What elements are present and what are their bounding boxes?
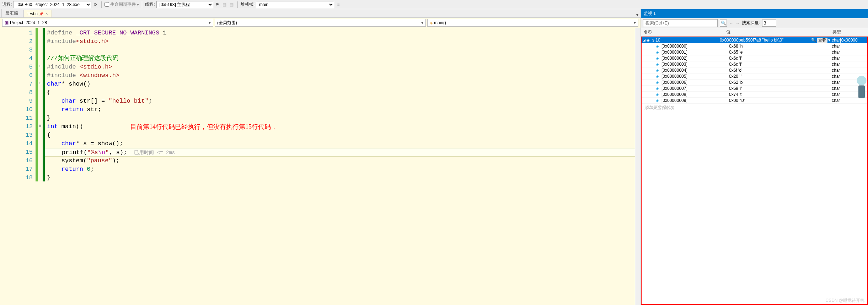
prev-icon[interactable]: ← (729, 21, 733, 26)
watch-row[interactable]: ◈[0x00000002]0x6c 'l'char (642, 55, 867, 61)
chevron-down-icon: ▾ (634, 20, 636, 25)
chevron-down-icon: ▾ (421, 20, 423, 25)
fold-toggle[interactable]: ⊟ (38, 79, 43, 88)
variable-icon: ◈ (656, 44, 661, 49)
watch-row[interactable]: ◈[0x00000000]0x68 'h'char (642, 43, 867, 49)
refresh-icon[interactable]: ⟳ (93, 2, 98, 7)
thread-icon: ▦ (222, 2, 227, 7)
fold-toggle[interactable]: ⊟ (38, 62, 43, 71)
scope-dropdown[interactable]: (全局范围)▾ (215, 19, 426, 27)
code-content[interactable]: #define _CRT_SECURE_NO_WARNINGS 1 #inclu… (45, 28, 641, 305)
tab-strip: 反汇编 test.c📌× ▾ (0, 9, 641, 18)
process-label: 进程: (2, 1, 12, 7)
thread-label: 线程: (145, 1, 155, 7)
watch-root-row[interactable]: ◢ ◈ s,10 0x000000beb590f7a8 "hello bit\0… (642, 37, 867, 43)
col-value[interactable]: 值 (726, 29, 832, 35)
separator (101, 1, 102, 8)
variable-icon: ◈ (656, 80, 661, 85)
watch-add-item[interactable]: 添加要监视的项 (642, 104, 867, 112)
mascot-icon (855, 71, 868, 103)
tab-overflow[interactable]: ▾ (634, 12, 641, 17)
variable-icon: ◈ (656, 56, 661, 61)
vertical-scrollbar[interactable] (635, 28, 641, 305)
flag-icon[interactable]: ⚑ (215, 2, 220, 7)
watch-row[interactable]: ◈[0x00000004]0x6f 'o'char (642, 67, 867, 73)
watch-search-input[interactable] (643, 19, 718, 27)
watch-panel: 监视 1 🔍 ← → 搜索深度: 名称 值 类型 ◢ ◈ s,10 0x0000… (641, 9, 868, 305)
stack-label: 堆栈帧: (241, 1, 254, 7)
variable-icon: ◈ (656, 62, 661, 67)
perf-hint: 已用时间 <= 2ms (134, 150, 175, 156)
col-type[interactable]: 类型 (832, 29, 868, 35)
line-numbers: 123 456 789 101112 1314 ➔15 161718 (0, 28, 36, 305)
depth-label: 搜索深度: (742, 20, 760, 26)
next-icon[interactable]: → (735, 21, 740, 26)
thread2-icon: ▦ (229, 2, 235, 7)
close-icon[interactable]: × (45, 11, 48, 16)
watermark: CSDN @睡觉待开机 (825, 298, 864, 304)
separator (237, 1, 238, 8)
pin-icon[interactable]: 📌 (39, 12, 43, 16)
process-select[interactable]: [0x6B60] Project_2024_1_28.exe (13, 1, 91, 8)
watch-row[interactable]: ◈[0x00000009]0x00 '\0'char (642, 98, 867, 104)
svg-rect-1 (858, 86, 865, 98)
chevron-down-icon: ▾ (209, 20, 211, 25)
watch-toolbar: 🔍 ← → 搜索深度: (641, 18, 868, 28)
variable-icon: ◈ (656, 74, 661, 79)
stack-select[interactable]: main (256, 1, 334, 8)
col-name[interactable]: 名称 (641, 29, 726, 35)
magnifier-icon[interactable]: 🔍 (811, 38, 816, 43)
watch-row[interactable]: ◈[0x00000006]0x62 'b'char (642, 80, 867, 86)
debug-toolbar: 进程: [0x6B60] Project_2024_1_28.exe ⟳ 生命周… (0, 0, 868, 9)
list-icon: ≡ (336, 2, 341, 7)
variable-icon: ◈ (656, 98, 661, 103)
fold-gutter: ⊟ ⊟ ⊟ (38, 28, 43, 305)
svg-point-0 (857, 76, 867, 86)
search-icon[interactable]: 🔍 (720, 20, 727, 27)
watch-row[interactable]: ◈[0x00000008]0x74 't'char (642, 92, 867, 98)
watch-row[interactable]: ◈[0x00000005]0x20 ' 'char (642, 73, 867, 80)
navigation-bar: ▣Project_2024_1_28▾ (全局范围)▾ ◈main()▾ (0, 18, 641, 28)
function-dropdown[interactable]: ◈main()▾ (427, 19, 638, 27)
tab-file[interactable]: test.c📌× (23, 10, 52, 17)
variable-icon: ◈ (656, 50, 661, 55)
view-button[interactable]: 查看 (817, 38, 827, 43)
watch-grid: ◢ ◈ s,10 0x000000beb590f7a8 "hello bit\0… (641, 37, 868, 305)
chevron-down-icon[interactable]: ▾ (828, 38, 830, 43)
depth-input[interactable] (762, 20, 776, 27)
project-dropdown[interactable]: ▣Project_2024_1_28▾ (2, 19, 213, 27)
lifecycle-checkbox[interactable]: 生命周期事件 ▾ (105, 1, 139, 7)
variable-icon: ◈ (656, 92, 661, 97)
editor-pane: 反汇编 test.c📌× ▾ ▣Project_2024_1_28▾ (全局范围… (0, 9, 641, 305)
watch-row[interactable]: ◈[0x00000007]0x69 'i'char (642, 86, 867, 92)
thread-select[interactable]: [0x5198] 主线程 (156, 1, 213, 8)
variable-icon: ◈ (656, 68, 661, 73)
code-editor[interactable]: 123 456 789 101112 1314 ➔15 161718 ⊟ ⊟ ⊟ (0, 28, 641, 305)
separator (142, 1, 142, 8)
tab-disassembly[interactable]: 反汇编 (1, 9, 22, 17)
fold-toggle[interactable]: ⊟ (38, 122, 43, 130)
variable-icon: ◈ (647, 38, 652, 43)
watch-columns: 名称 值 类型 (641, 28, 868, 37)
collapse-icon[interactable]: ◢ (642, 38, 647, 42)
variable-icon: ◈ (656, 86, 661, 91)
annotation-text: 目前第14行代码已经执行，但没有执行第15行代码， (130, 122, 277, 131)
cube-icon: ◈ (430, 21, 433, 25)
watch-row[interactable]: ◈[0x00000001]0x65 'e'char (642, 49, 867, 55)
watch-row[interactable]: ◈[0x00000003]0x6c 'l'char (642, 61, 867, 67)
watch-title: 监视 1 (641, 9, 868, 18)
